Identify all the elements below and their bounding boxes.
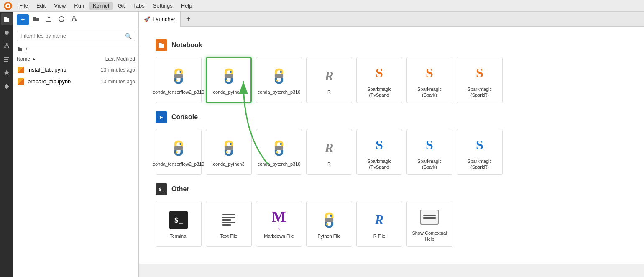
launcher: Notebook — [139, 27, 644, 264]
r-icon: R — [319, 66, 340, 87]
other-card-rfile[interactable]: R R File — [356, 201, 402, 247]
card-label: Text File — [220, 233, 238, 239]
search-input[interactable] — [17, 31, 135, 41]
file-icon — [17, 77, 25, 86]
pyspark-icon: S — [369, 63, 390, 84]
svg-rect-12 — [46, 21, 51, 22]
rfile-icon: R — [369, 210, 390, 231]
file-modified: 13 minutes ago — [77, 79, 135, 85]
new-button[interactable]: + — [17, 14, 29, 25]
svg-rect-33 — [225, 146, 233, 150]
other-card-contextual[interactable]: Show Contextual Help — [406, 201, 452, 247]
spark-icon: S — [419, 63, 440, 84]
sidebar-icon-git[interactable] — [1, 40, 13, 52]
new-tab-button[interactable]: + — [182, 13, 194, 25]
notebook-card-tensorflow[interactable]: conda_tensorflow2_p310 — [156, 57, 202, 103]
card-label: Sparkmagic (SparkR) — [460, 158, 500, 170]
text-line-3 — [222, 219, 231, 221]
card-label: Sparkmagic (PySpark) — [359, 86, 399, 98]
svg-point-31 — [230, 143, 232, 145]
tensorflow-icon — [168, 66, 189, 87]
upload-folder-button[interactable] — [31, 15, 41, 25]
card-label: Sparkmagic (Spark) — [409, 158, 450, 170]
console-card-pyspark[interactable]: S Sparkmagic (PySpark) — [356, 129, 402, 175]
contextual-box — [420, 210, 439, 225]
tab-launcher[interactable]: 🚀 Launcher — [139, 12, 181, 27]
refresh-button[interactable] — [56, 15, 66, 25]
sidebar-icon-puzzle[interactable] — [1, 80, 13, 92]
other-card-textfile[interactable]: Text File — [206, 201, 252, 247]
card-label: conda_python3 — [213, 161, 244, 167]
other-card-terminal[interactable]: $_ Terminal — [156, 201, 202, 247]
console-card-sparkr[interactable]: S Sparkmagic (SparkR) — [457, 129, 503, 175]
tab-label: Launcher — [153, 16, 175, 22]
file-list: install_lab.ipynb 13 minutes ago prepare… — [13, 64, 138, 277]
console-card-grid: conda_tensorflow2_p310 co — [156, 129, 627, 175]
card-label: R — [327, 89, 331, 95]
terminal-box: $_ — [169, 211, 188, 229]
text-line-2 — [222, 217, 235, 218]
md-down-icon: ↓ — [277, 222, 281, 232]
file-icon — [17, 66, 25, 74]
menu-view[interactable]: View — [51, 2, 69, 10]
list-item[interactable]: install_lab.ipynb 13 minutes ago — [13, 64, 138, 76]
other-section-icon: $_ — [156, 183, 167, 195]
menu-run[interactable]: Run — [71, 2, 87, 10]
notebook-section-icon — [156, 39, 167, 51]
svg-point-22 — [230, 71, 232, 73]
console-card-tensorflow[interactable]: conda_tensorflow2_p310 — [156, 129, 202, 175]
svg-line-8 — [7, 45, 8, 46]
card-label: conda_pytorch_p310 — [258, 161, 301, 167]
sidebar-icon-running[interactable] — [1, 27, 13, 38]
launcher-tab-icon: 🚀 — [144, 16, 150, 22]
modified-column-header: Last Modified — [77, 56, 135, 62]
svg-point-19 — [179, 71, 181, 73]
menu-file[interactable]: File — [16, 2, 31, 10]
svg-line-17 — [74, 18, 76, 19]
menu-settings[interactable]: Settings — [150, 2, 176, 10]
card-label: Sparkmagic (SparkR) — [460, 86, 500, 98]
pythonfile-icon — [319, 210, 340, 231]
console-card-r[interactable]: R R — [306, 129, 352, 175]
menu-tabs[interactable]: Tabs — [130, 2, 148, 10]
console-card-python3[interactable]: conda_python3 — [206, 129, 252, 175]
menu-kernel[interactable]: Kernel — [89, 2, 112, 10]
other-card-markdown[interactable]: M ↓ Markdown File — [256, 201, 302, 247]
file-name: install_lab.ipynb — [28, 67, 77, 73]
svg-point-29 — [176, 151, 178, 154]
pytorch-icon — [268, 66, 289, 87]
notebook-card-python3[interactable]: conda_python3 — [206, 57, 252, 103]
console-tensorflow-icon — [168, 138, 189, 159]
menu-help[interactable]: Help — [178, 2, 196, 10]
notebook-card-sparkr[interactable]: S Sparkmagic (SparkR) — [457, 57, 503, 103]
svg-point-5 — [4, 46, 6, 48]
notebook-section-label: Notebook — [171, 41, 202, 49]
menu-edit[interactable]: Edit — [33, 2, 49, 10]
text-line-4 — [222, 222, 235, 223]
svg-rect-36 — [275, 146, 283, 150]
list-item[interactable]: prepare_zip.ipynb 13 minutes ago — [13, 76, 138, 87]
sidebar-icon-commands[interactable] — [1, 54, 13, 65]
svg-rect-30 — [174, 146, 183, 150]
git-button[interactable] — [69, 15, 79, 25]
other-card-pythonfile[interactable]: Python File — [306, 201, 352, 247]
menu-git[interactable]: Git — [115, 2, 128, 10]
launcher-wrapper: Notebook — [139, 27, 644, 277]
notebook-card-pytorch[interactable]: conda_pytorch_p310 — [256, 57, 302, 103]
card-label: Markdown File — [264, 233, 294, 239]
sidebar-icon-extensions[interactable] — [1, 67, 13, 79]
name-column-header: Name — [17, 56, 30, 62]
breadcrumb-path: / — [26, 46, 28, 52]
notebook-card-r[interactable]: R R — [306, 57, 352, 103]
sidebar-icon-files[interactable] — [1, 13, 13, 25]
svg-point-6 — [8, 46, 9, 48]
notebook-card-pyspark[interactable]: S Sparkmagic (PySpark) — [356, 57, 402, 103]
console-card-spark[interactable]: S Sparkmagic (Spark) — [406, 129, 452, 175]
svg-rect-24 — [225, 74, 233, 78]
ctx-line-3 — [423, 218, 436, 219]
console-card-pytorch[interactable]: conda_pytorch_p310 — [256, 129, 302, 175]
notebook-card-spark[interactable]: S Sparkmagic (Spark) — [406, 57, 452, 103]
breadcrumb: / — [13, 44, 138, 54]
console-section-header: ▶ Console — [156, 111, 627, 123]
upload-file-button[interactable] — [44, 15, 54, 25]
